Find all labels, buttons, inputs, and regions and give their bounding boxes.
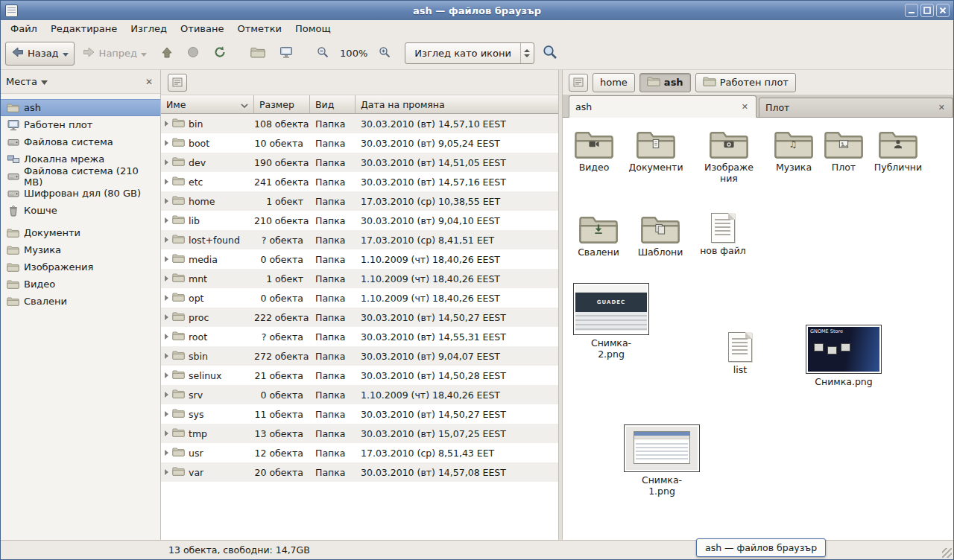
- menu-item[interactable]: Изглед: [124, 21, 174, 36]
- sidebar-item[interactable]: Файлова система (210 MB): [1, 168, 160, 185]
- column-header[interactable]: Вид: [310, 95, 356, 114]
- icon-view-item[interactable]: Публични: [867, 128, 929, 173]
- pathbar-button[interactable]: home: [593, 73, 635, 92]
- resize-grip-icon[interactable]: [942, 548, 952, 558]
- close-button[interactable]: [936, 4, 950, 17]
- expander-icon[interactable]: [165, 159, 168, 165]
- tab-close-icon[interactable]: ✕: [937, 103, 947, 112]
- pathbar-pane-button[interactable]: [569, 74, 588, 92]
- table-row[interactable]: selinux21 обектаПапка30.03.2010 (вт) 14,…: [161, 366, 558, 385]
- up-button[interactable]: [155, 42, 179, 66]
- sidebar-item[interactable]: Свалени: [1, 293, 160, 310]
- expander-icon[interactable]: [165, 450, 168, 456]
- table-row[interactable]: sys11 обектаПапка30.03.2010 (вт) 14,50,2…: [161, 404, 558, 424]
- back-button[interactable]: Назад: [5, 42, 75, 66]
- places-dropdown-icon[interactable]: [41, 76, 48, 87]
- expander-icon[interactable]: [165, 276, 168, 281]
- zoom-out-button[interactable]: [311, 42, 335, 66]
- maximize-button[interactable]: [920, 4, 934, 17]
- reload-button[interactable]: [207, 42, 233, 66]
- table-row[interactable]: media0 обектаПапка1.10.2009 (чт) 18,40,2…: [161, 249, 558, 269]
- table-row[interactable]: mnt1 обектПапка1.10.2009 (чт) 18,40,26 E…: [161, 269, 558, 288]
- menu-item[interactable]: Отиване: [174, 21, 230, 36]
- expander-icon[interactable]: [165, 353, 168, 359]
- sidebar-item[interactable]: Файлова система: [1, 133, 160, 150]
- expander-icon[interactable]: [165, 372, 168, 378]
- column-header[interactable]: Размер: [254, 95, 310, 114]
- sidebar-item[interactable]: ash: [1, 99, 160, 116]
- sidebar-item[interactable]: Работен плот: [1, 116, 160, 133]
- sidebar-item[interactable]: Музика: [1, 241, 160, 258]
- expander-icon[interactable]: [165, 256, 168, 262]
- table-row[interactable]: proc222 обектаПапка30.03.2010 (вт) 14,50…: [161, 308, 558, 327]
- table-row[interactable]: sbin272 обектаПапка30.03.2010 (вт) 9,04,…: [161, 346, 558, 366]
- home-button[interactable]: [244, 42, 271, 66]
- expander-icon[interactable]: [165, 295, 168, 301]
- tab[interactable]: Плот✕: [759, 98, 953, 117]
- table-row[interactable]: lost+found? обектаПапка17.03.2010 (ср) 8…: [161, 230, 558, 249]
- expander-icon[interactable]: [165, 314, 168, 320]
- expander-icon[interactable]: [165, 469, 168, 475]
- expander-icon[interactable]: [165, 140, 168, 146]
- expander-icon[interactable]: [165, 334, 168, 340]
- table-row[interactable]: etc241 обектаПапка30.03.2010 (вт) 14,57,…: [161, 172, 558, 191]
- pathbar-button[interactable]: ash: [639, 73, 691, 92]
- pane-notes-button[interactable]: [168, 74, 187, 92]
- table-row[interactable]: lib210 обектаПапка30.03.2010 (вт) 9,04,1…: [161, 211, 558, 230]
- stop-button[interactable]: [181, 42, 205, 66]
- zoom-in-button[interactable]: [373, 42, 397, 66]
- sidebar-item[interactable]: Шифрован дял (80 GB): [1, 185, 160, 202]
- sidebar-item[interactable]: Кошче: [1, 202, 160, 219]
- column-header[interactable]: Име: [161, 95, 254, 114]
- icon-view-item[interactable]: GNOME StoreСнимка.png: [806, 325, 882, 387]
- table-row[interactable]: root? обектаПапка30.03.2010 (вт) 14,55,3…: [161, 327, 558, 346]
- minimize-button[interactable]: [905, 4, 918, 17]
- places-close-icon[interactable]: ✕: [143, 77, 155, 87]
- table-row[interactable]: usr12 обектаПапка17.03.2010 (ср) 8,51,43…: [161, 443, 558, 462]
- table-row[interactable]: dev190 обектаПапка30.03.2010 (вт) 14,51,…: [161, 153, 558, 172]
- tab[interactable]: ash✕: [569, 95, 756, 118]
- icon-view-item[interactable]: GUADECСнимка-2.png: [573, 283, 649, 360]
- icon-view-item[interactable]: Видео: [563, 128, 625, 173]
- combo-spinner-icon[interactable]: [520, 43, 534, 63]
- icon-view-item[interactable]: Шаблони: [629, 213, 692, 258]
- icon-view[interactable]: ВидеоДокументиИзображения♫МузикаПлотПубл…: [563, 118, 953, 540]
- icon-view-item[interactable]: list: [709, 332, 771, 375]
- menu-item[interactable]: Редактиране: [44, 21, 124, 36]
- search-button[interactable]: [537, 42, 563, 66]
- column-header[interactable]: Дата на промяна: [356, 95, 558, 114]
- expander-icon[interactable]: [165, 217, 168, 223]
- titlebar[interactable]: ash — файлов браузър: [1, 1, 953, 20]
- icon-view-item[interactable]: Снимка-1.png: [624, 424, 700, 497]
- table-row[interactable]: boot10 обектаПапка30.03.2010 (вт) 9,05,2…: [161, 133, 558, 153]
- expander-icon[interactable]: [165, 411, 168, 417]
- table-row[interactable]: opt0 обектаПапка1.10.2009 (чт) 18,40,26 …: [161, 288, 558, 308]
- table-row[interactable]: home1 обектПапка17.03.2010 (ср) 10,38,55…: [161, 191, 558, 211]
- menu-item[interactable]: Помощ: [288, 21, 338, 36]
- table-row[interactable]: srv0 обектаПапка1.10.2009 (чт) 18,40,26 …: [161, 385, 558, 404]
- table-row[interactable]: tmp13 обектаПапка30.03.2010 (вт) 15,07,2…: [161, 424, 558, 443]
- sidebar-item[interactable]: Изображения: [1, 258, 160, 276]
- computer-button[interactable]: [274, 42, 299, 66]
- sidebar-item[interactable]: Видео: [1, 276, 160, 293]
- icon-view-item[interactable]: Плот: [812, 128, 875, 173]
- table-row[interactable]: bin108 обектаПапка30.03.2010 (вт) 14,57,…: [161, 114, 558, 133]
- expander-icon[interactable]: [165, 179, 168, 185]
- expander-icon[interactable]: [165, 121, 168, 127]
- icon-view-item[interactable]: Документи: [625, 128, 687, 173]
- expander-icon[interactable]: [165, 237, 168, 243]
- expander-icon[interactable]: [165, 392, 168, 398]
- icon-view-item[interactable]: Свалени: [567, 213, 630, 258]
- table-row[interactable]: var20 обектаПапка30.03.2010 (вт) 14,57,0…: [161, 462, 558, 482]
- forward-button[interactable]: Напред: [77, 42, 153, 66]
- icon-view-item[interactable]: Изображения: [698, 128, 760, 184]
- tab-close-icon[interactable]: ✕: [740, 102, 750, 112]
- expander-icon[interactable]: [165, 198, 168, 204]
- pathbar-button[interactable]: Работен плот: [695, 73, 796, 92]
- sidebar-item[interactable]: Документи: [1, 224, 160, 241]
- menu-item[interactable]: Файл: [4, 21, 44, 36]
- view-mode-select[interactable]: Изглед като икони: [405, 42, 534, 64]
- menu-item[interactable]: Отметки: [230, 21, 288, 36]
- icon-view-item[interactable]: нов файл: [692, 213, 754, 256]
- expander-icon[interactable]: [165, 430, 168, 436]
